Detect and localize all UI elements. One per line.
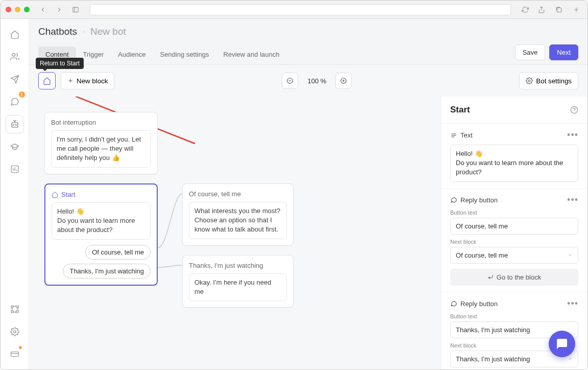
- home-button-tooltip: Return to Start: [36, 58, 84, 69]
- connector-line: [158, 183, 183, 286]
- block-message: I'm sorry, I didn't get you. Let me call…: [51, 130, 151, 168]
- svg-rect-9: [12, 123, 18, 127]
- block-start[interactable]: Start Hello! 👋 Do you want to learn more…: [44, 183, 158, 286]
- sidebar-item-billing[interactable]: [6, 345, 24, 363]
- svg-point-11: [15, 125, 16, 126]
- bot-settings-label: Bot settings: [536, 77, 572, 85]
- svg-point-16: [13, 331, 16, 333]
- plus-icon: [67, 78, 74, 84]
- next-button[interactable]: Next: [549, 44, 578, 60]
- goto-block-button[interactable]: Go to the block: [450, 269, 578, 286]
- sidebar-item-settings[interactable]: [6, 322, 24, 341]
- block-of-course[interactable]: Of course, tell me What interests you th…: [182, 183, 293, 246]
- svg-point-10: [13, 125, 14, 126]
- block-thanks[interactable]: Thanks, I'm just watching Okay. I'm here…: [182, 255, 293, 308]
- return-to-start-button[interactable]: [38, 72, 56, 89]
- home-icon: [43, 77, 51, 85]
- share-icon[interactable]: [535, 4, 548, 15]
- reply-option[interactable]: Thanks, I'm just watching: [63, 264, 151, 279]
- gear-icon: [526, 77, 533, 84]
- sidebar-item-chatbots[interactable]: [6, 115, 24, 133]
- panel-title: Start: [450, 105, 470, 115]
- app-sidebar: 1: [1, 19, 29, 369]
- chat-widget-button[interactable]: [549, 331, 575, 357]
- block-title: Bot interruption: [51, 119, 151, 126]
- breadcrumb-root[interactable]: Chatbots: [38, 26, 77, 37]
- sidebar-badge: 1: [19, 91, 25, 98]
- breadcrumb-current: New bot: [90, 26, 126, 37]
- breadcrumb: Chatbots New bot: [38, 26, 578, 37]
- sidebar-toggle-icon[interactable]: [69, 4, 82, 15]
- section-label: Reply button: [460, 300, 498, 308]
- field-label: Button text: [450, 313, 578, 319]
- help-icon[interactable]: [570, 106, 578, 114]
- tab-sending-settings[interactable]: Sending settings: [153, 47, 216, 62]
- svg-rect-0: [73, 7, 79, 12]
- zoom-value: 100 %: [302, 77, 331, 85]
- svg-rect-3: [557, 8, 561, 12]
- block-message: Okay. I'm here if you need me: [189, 273, 287, 301]
- bot-settings-button[interactable]: Bot settings: [519, 72, 578, 89]
- block-message: Hello! 👋 Do you want to learn more about…: [52, 202, 151, 240]
- home-icon: [52, 191, 58, 198]
- text-icon: [450, 132, 457, 139]
- reply-option[interactable]: Of course, tell me: [85, 245, 151, 260]
- block-message: What interests you the most? Choose an o…: [189, 202, 287, 239]
- svg-point-26: [529, 80, 531, 82]
- new-block-label: New block: [77, 77, 108, 85]
- sidebar-item-conversations[interactable]: 1: [6, 92, 24, 111]
- block-title: Start: [52, 191, 151, 198]
- block-title: Thanks, I'm just watching: [189, 262, 287, 269]
- new-block-button[interactable]: New block: [61, 72, 114, 89]
- reply-icon: [450, 300, 457, 307]
- field-label: Next block: [450, 239, 578, 245]
- chevron-down-icon: [568, 356, 573, 361]
- url-bar[interactable]: [90, 4, 511, 15]
- nav-forward-button[interactable]: [53, 4, 65, 15]
- more-icon[interactable]: •••: [567, 298, 578, 309]
- section-label: Text: [460, 131, 473, 139]
- chevron-down-icon: [568, 252, 573, 258]
- sidebar-item-integrations[interactable]: [6, 300, 24, 318]
- window-minimize-icon[interactable]: [15, 7, 20, 12]
- reply-icon: [450, 196, 457, 203]
- block-title: Of course, tell me: [189, 190, 287, 198]
- svg-point-28: [571, 106, 577, 113]
- sidebar-item-education[interactable]: [6, 137, 24, 156]
- block-bot-interruption[interactable]: Bot interruption I'm sorry, I didn't get…: [44, 112, 158, 174]
- chat-bubble-icon: [556, 338, 568, 350]
- svg-point-6: [12, 53, 15, 56]
- text-content[interactable]: Hello! 👋 Do you want to learn more about…: [450, 145, 578, 182]
- tab-audience[interactable]: Audience: [111, 47, 153, 62]
- section-label: Reply button: [460, 196, 498, 204]
- more-icon[interactable]: •••: [567, 130, 578, 141]
- field-label: Button text: [450, 210, 578, 216]
- new-tab-icon[interactable]: [570, 4, 582, 15]
- next-block-select[interactable]: Of course, tell me: [450, 247, 578, 264]
- svg-rect-17: [11, 352, 18, 357]
- tabs-icon[interactable]: [553, 4, 565, 15]
- arrow-return-icon: [487, 274, 494, 280]
- save-button[interactable]: Save: [515, 44, 546, 60]
- window-close-icon[interactable]: [6, 7, 11, 12]
- nav-back-button[interactable]: [37, 4, 49, 15]
- more-icon[interactable]: •••: [567, 195, 578, 205]
- sidebar-item-campaigns[interactable]: [6, 70, 24, 88]
- refresh-icon[interactable]: [519, 4, 531, 15]
- notification-dot: [19, 346, 22, 349]
- sidebar-item-reports[interactable]: [6, 160, 24, 178]
- button-text-input[interactable]: [450, 218, 578, 235]
- sidebar-item-subscribers[interactable]: [6, 48, 24, 66]
- sidebar-item-home[interactable]: [6, 25, 24, 43]
- zoom-in-button[interactable]: [335, 73, 352, 89]
- window-maximize-icon[interactable]: [24, 7, 30, 12]
- browser-chrome: [1, 1, 587, 19]
- tab-review-launch[interactable]: Review and launch: [216, 47, 287, 62]
- zoom-out-button[interactable]: [282, 73, 298, 89]
- flow-canvas[interactable]: Bot interruption I'm sorry, I didn't get…: [29, 97, 440, 369]
- inspector-panel: Start Text ••• Hello! 👋: [440, 97, 587, 369]
